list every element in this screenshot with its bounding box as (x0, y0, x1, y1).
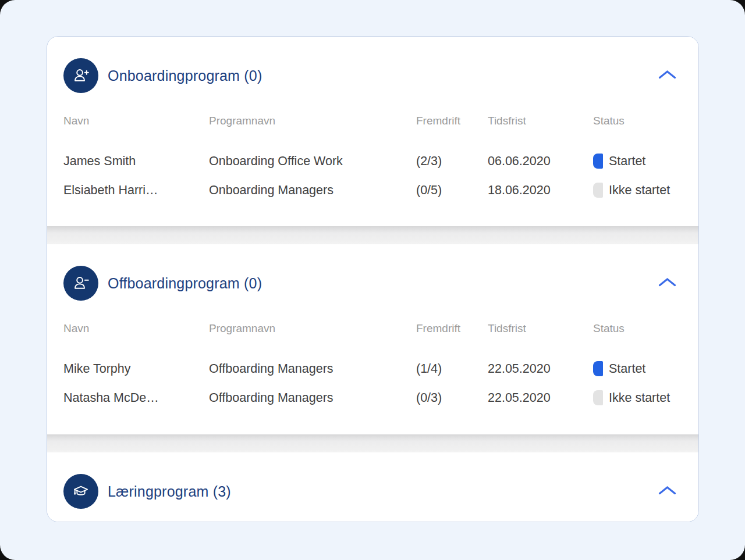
cell-progress: (0/5) (416, 183, 488, 198)
section-onboarding: Onboardingprogram (0) Navn Programnavn F… (47, 37, 698, 226)
status-label: Startet (609, 362, 645, 376)
cell-status: Startet (593, 361, 681, 376)
cell-program: Offboarding Managers (209, 391, 416, 405)
dashboard-page: Onboardingprogram (0) Navn Programnavn F… (0, 0, 745, 560)
collapse-button-laering[interactable] (656, 483, 679, 500)
cell-deadline: 22.05.2020 (488, 391, 593, 405)
column-header-programnavn: Programnavn (209, 115, 416, 127)
column-header-status: Status (593, 115, 681, 127)
programs-card: Onboardingprogram (0) Navn Programnavn F… (47, 36, 699, 522)
cell-program: Offboarding Managers (209, 362, 416, 376)
status-label: Ikke startet (609, 183, 670, 198)
table-row[interactable]: Mike Torphy Offboarding Managers (1/4) 2… (63, 361, 681, 377)
table-header-row: Navn Programnavn Fremdrift Tidsfrist Sta… (63, 323, 681, 334)
section-laering: Læringprogram (3) (47, 452, 698, 522)
section-separator (47, 226, 698, 244)
section-header-offboarding[interactable]: Offboardingprogram (0) (47, 244, 698, 301)
cell-progress: (0/3) (416, 391, 488, 405)
status-label: Startet (609, 154, 645, 169)
column-header-status: Status (593, 323, 681, 334)
section-title: Offboardingprogram (0) (108, 275, 262, 292)
cell-progress: (1/4) (416, 362, 488, 376)
status-badge (593, 154, 603, 169)
cell-name: Mike Torphy (63, 362, 209, 376)
section-separator (47, 434, 698, 452)
cell-program: Onboarding Managers (209, 183, 416, 198)
chevron-up-icon (658, 70, 676, 81)
cell-status: Ikke startet (593, 183, 681, 198)
cell-name: Natasha McDe… (63, 391, 209, 405)
column-header-navn: Navn (63, 323, 209, 334)
column-header-fremdrift: Fremdrift (416, 323, 488, 334)
column-header-tidsfrist: Tidsfrist (488, 323, 593, 334)
table-body: James Smith Onboarding Office Work (2/3)… (63, 153, 681, 198)
collapse-button-onboarding[interactable] (656, 67, 679, 84)
cell-status: Startet (593, 154, 681, 169)
cell-progress: (2/3) (416, 154, 488, 169)
status-badge (593, 183, 603, 198)
table-row[interactable]: Elsiabeth Harri… Onboarding Managers (0/… (63, 182, 681, 198)
collapse-button-offboarding[interactable] (656, 275, 679, 291)
section-header-onboarding[interactable]: Onboardingprogram (0) (47, 37, 698, 93)
person-plus-icon (63, 58, 98, 93)
cell-program: Onboarding Office Work (209, 154, 416, 169)
onboarding-table: Navn Programnavn Fremdrift Tidsfrist Sta… (47, 115, 698, 198)
person-minus-icon (63, 266, 98, 301)
column-header-navn: Navn (63, 115, 209, 127)
section-title: Onboardingprogram (0) (108, 67, 262, 84)
column-header-programnavn: Programnavn (209, 323, 416, 334)
status-label: Ikke startet (609, 391, 670, 405)
column-header-fremdrift: Fremdrift (416, 115, 488, 127)
status-badge (593, 361, 603, 376)
section-offboarding: Offboardingprogram (0) Navn Programnavn … (47, 244, 698, 434)
cell-deadline: 22.05.2020 (488, 362, 593, 376)
cell-status: Ikke startet (593, 390, 681, 405)
status-badge (593, 390, 603, 405)
cell-deadline: 06.06.2020 (488, 154, 593, 169)
chevron-up-icon (658, 277, 676, 289)
table-row[interactable]: James Smith Onboarding Office Work (2/3)… (63, 153, 681, 169)
graduation-cap-icon (63, 474, 98, 509)
section-header-laering[interactable]: Læringprogram (3) (47, 452, 698, 509)
chevron-up-icon (658, 486, 676, 497)
table-row[interactable]: Natasha McDe… Offboarding Managers (0/3)… (63, 390, 681, 406)
cell-name: Elsiabeth Harri… (63, 183, 209, 198)
cell-name: James Smith (63, 154, 209, 169)
column-header-tidsfrist: Tidsfrist (488, 115, 593, 127)
table-body: Mike Torphy Offboarding Managers (1/4) 2… (63, 361, 681, 406)
table-header-row: Navn Programnavn Fremdrift Tidsfrist Sta… (63, 115, 681, 127)
section-title: Læringprogram (3) (108, 483, 231, 500)
offboarding-table: Navn Programnavn Fremdrift Tidsfrist Sta… (47, 323, 698, 406)
cell-deadline: 18.06.2020 (488, 183, 593, 198)
